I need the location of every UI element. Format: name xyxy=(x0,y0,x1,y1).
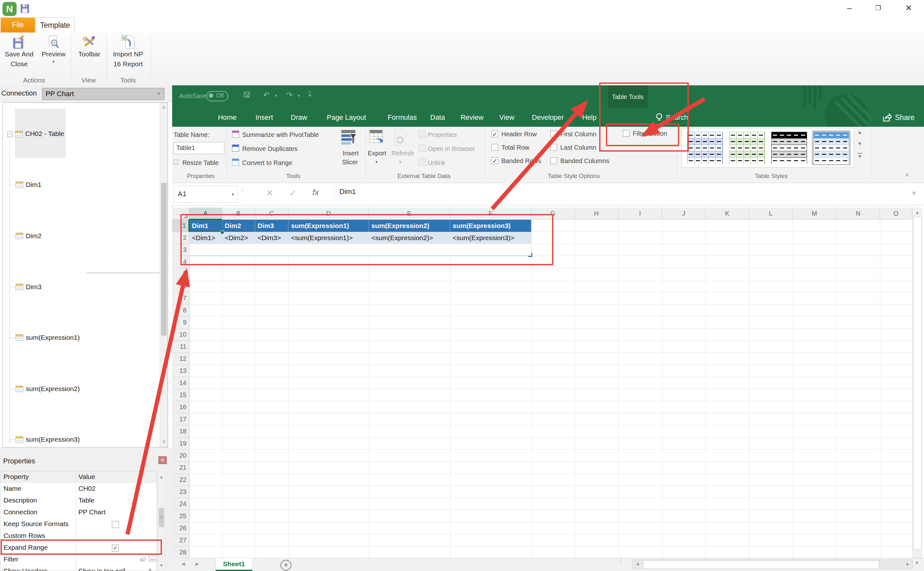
button-remove-duplicates[interactable]: Remove Duplicates xyxy=(242,145,297,153)
clear-filter-icon[interactable] xyxy=(140,556,147,564)
tree-node-dim2[interactable]: Dim2 xyxy=(15,231,42,241)
redo-icon[interactable]: ↷ xyxy=(286,90,293,99)
export-button[interactable]: Export xyxy=(368,150,386,157)
checkbox-last-column[interactable] xyxy=(551,144,557,151)
table-style-black-header[interactable] xyxy=(770,130,809,165)
row-header-15[interactable]: 15 xyxy=(172,389,189,401)
tree-node-sumexpression1[interactable]: sum(Expression1) xyxy=(15,333,80,342)
checkbox-banded-columns[interactable] xyxy=(551,157,557,164)
table-style-light-green-grid[interactable] xyxy=(727,130,766,165)
add-sheet-button[interactable]: + xyxy=(280,560,291,571)
save-and-close-button[interactable]: Save AndClose xyxy=(3,35,36,69)
row-header-7[interactable]: 7 xyxy=(172,292,189,304)
row-header-5[interactable]: 5 xyxy=(172,268,189,280)
scrollbar-thumb[interactable]: ≡ xyxy=(159,508,164,527)
tabbar-splitter[interactable]: ⁞ xyxy=(620,560,622,563)
column-header-O[interactable]: O xyxy=(880,208,912,220)
row-header-16[interactable]: 16 xyxy=(172,401,189,414)
enter-icon[interactable]: ✓ xyxy=(289,188,296,198)
tab-draw[interactable]: Draw xyxy=(277,108,321,127)
column-header-L[interactable]: L xyxy=(749,208,793,220)
properties-close-icon[interactable]: ✕ xyxy=(158,456,167,464)
row-header-12[interactable]: 12 xyxy=(172,353,189,365)
row-header-10[interactable]: 10 xyxy=(172,329,189,341)
undo-icon[interactable]: ↶ xyxy=(263,90,270,99)
scrollbar-thumb[interactable] xyxy=(913,217,922,550)
scroll-up-icon[interactable]: ▲ xyxy=(915,210,919,215)
scrollbar-thumb[interactable] xyxy=(161,183,167,336)
property-row-keep-source-formats[interactable]: Keep Source Formats xyxy=(0,519,157,531)
row-header-11[interactable]: 11 xyxy=(172,341,189,353)
cells-area[interactable] xyxy=(189,220,912,558)
formula-content[interactable]: Dim1 xyxy=(339,188,356,196)
preview-dropdown-icon[interactable]: ▾ xyxy=(52,59,54,64)
scrollbar-thumb[interactable] xyxy=(643,560,879,569)
fx-icon[interactable]: fx xyxy=(313,188,319,198)
tree-node-sumexpression3[interactable]: sum(Expression3) xyxy=(15,435,80,444)
preview-button[interactable]: Preview ▾ xyxy=(39,35,68,64)
tree-splitter[interactable] xyxy=(87,273,167,273)
column-header-M[interactable]: M xyxy=(793,208,836,220)
sheet-prev-icon[interactable]: ◄ xyxy=(180,561,186,568)
row-header-17[interactable]: 17 xyxy=(172,414,189,426)
customize-qat-icon[interactable]: ▾ xyxy=(308,92,311,99)
quick-save-icon[interactable]: 🖫 xyxy=(243,90,251,99)
button-summarize-with-pivottable[interactable]: Summarize with PivotTable xyxy=(242,131,319,139)
cancel-icon[interactable]: ✕ xyxy=(266,188,273,198)
row-header-13[interactable]: 13 xyxy=(172,365,189,377)
row-header-20[interactable]: 20 xyxy=(172,450,189,462)
scroll-up-icon[interactable]: ▲ xyxy=(159,474,164,479)
connection-select[interactable]: PP Chart ˅ xyxy=(42,88,164,100)
export-dropdown-icon[interactable]: ▾ xyxy=(376,159,378,164)
column-header-K[interactable]: K xyxy=(706,208,749,220)
share-button[interactable]: Share xyxy=(882,108,915,127)
scroll-down-icon[interactable]: ▼ xyxy=(915,560,919,565)
column-header-J[interactable]: J xyxy=(662,208,706,220)
tab-page-layout[interactable]: Page Layout xyxy=(324,108,369,127)
tree-scrollbar[interactable]: ˄ ˅ xyxy=(160,103,168,447)
row-header-9[interactable]: 9 xyxy=(172,316,189,329)
table-style-light-blue-grid[interactable] xyxy=(686,130,724,165)
property-checkbox[interactable] xyxy=(112,521,119,528)
row-header-27[interactable]: 27 xyxy=(172,534,189,546)
autosave-toggle[interactable]: Off xyxy=(207,91,228,101)
resize-table-button[interactable]: Resize Table xyxy=(182,159,219,167)
scroll-left-icon[interactable]: ◄ xyxy=(635,562,640,566)
name-box-dropdown-icon[interactable]: ▾ xyxy=(232,192,234,197)
dropdown-icon[interactable]: ▾ xyxy=(149,567,151,571)
np-tab-file[interactable]: File xyxy=(1,17,35,32)
scroll-right-icon[interactable]: ► xyxy=(905,562,910,566)
scroll-down-icon[interactable]: ˅ xyxy=(160,438,168,445)
gallery-down-icon[interactable]: ▼ xyxy=(857,141,862,146)
grid-hscrollbar[interactable]: ◄ ► xyxy=(632,560,913,569)
row-header-26[interactable]: 26 xyxy=(172,522,189,534)
row-header-19[interactable]: 19 xyxy=(172,438,189,450)
scroll-up-icon[interactable]: ˄ xyxy=(160,105,168,111)
np-tab-template[interactable]: Template xyxy=(36,17,74,33)
save-icon[interactable] xyxy=(20,4,29,13)
formula-bar-handle[interactable]: ⁞ xyxy=(241,188,243,192)
table-style-blue-header[interactable] xyxy=(812,130,851,165)
checkbox-total-row[interactable] xyxy=(492,144,498,151)
property-row-name[interactable]: NameCH02 xyxy=(0,483,157,495)
redo-dropdown-icon[interactable]: ▾ xyxy=(298,93,300,98)
row-header-25[interactable]: 25 xyxy=(172,510,189,522)
minimize-button[interactable]: – xyxy=(845,3,854,13)
checkbox-banded-rows[interactable]: ✓ xyxy=(492,157,498,164)
toolbar-button[interactable]: Toolbar xyxy=(74,35,104,59)
tree-node-dim3[interactable]: Dim3 xyxy=(15,282,42,292)
gallery-up-icon[interactable]: ▲ xyxy=(857,129,862,135)
refresh-button[interactable]: Refresh xyxy=(392,150,414,157)
property-row-filter[interactable]: Filter… xyxy=(0,554,157,566)
row-header-21[interactable]: 21 xyxy=(172,462,189,474)
gallery-more-icon[interactable]: ▼ xyxy=(857,153,862,159)
column-header-H[interactable]: H xyxy=(575,208,618,220)
restore-button[interactable]: ❐ xyxy=(873,3,883,13)
properties-scrollbar[interactable]: ▲ ≡ ▼ xyxy=(157,471,166,571)
tree-node-sumexpression2[interactable]: sum(Expression2) xyxy=(15,384,80,393)
column-header-N[interactable]: N xyxy=(836,208,880,220)
property-value[interactable]: Show in tag cell xyxy=(78,567,125,571)
row-header-22[interactable]: 22 xyxy=(172,474,189,486)
filter-ellipsis-button[interactable]: … xyxy=(149,555,157,562)
sheet-tab-sheet1[interactable]: Sheet1 xyxy=(215,558,252,571)
